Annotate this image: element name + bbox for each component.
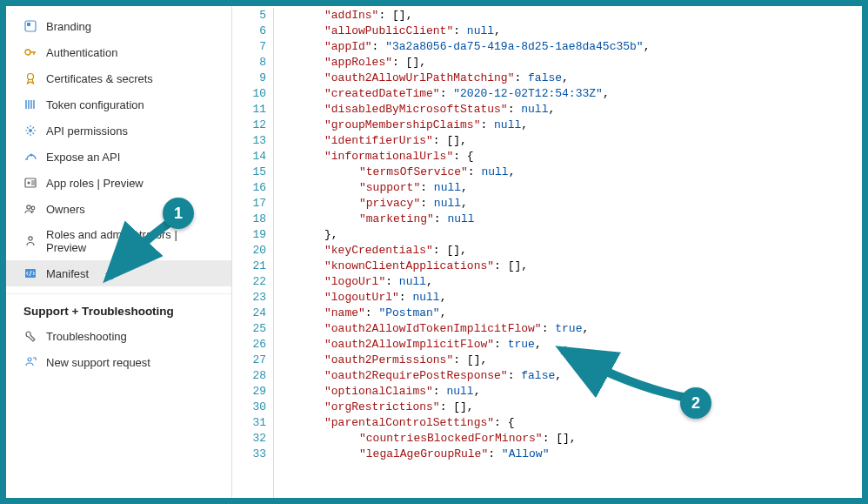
code-line[interactable]: "parentalControlSettings": {: [290, 415, 862, 431]
sidebar: BrandingAuthenticationCertificates & sec…: [6, 6, 232, 498]
approles-icon: [23, 176, 37, 190]
expose-icon: [23, 150, 37, 164]
code-line[interactable]: "allowPublicClient": null,: [290, 24, 862, 39]
svg-point-7: [28, 182, 30, 185]
support-icon: [23, 355, 37, 369]
line-number: 21: [232, 259, 266, 274]
code-line[interactable]: "appId": "3a2a8056-da75-419a-8d25-1ae8da…: [290, 39, 862, 55]
sidebar-item-label: App roles | Preview: [46, 177, 144, 190]
code-line[interactable]: "identifierUris": [],: [290, 133, 862, 149]
line-number: 20: [232, 243, 266, 259]
manifest-json-editor[interactable]: 5678910111213141516171819202122232425262…: [232, 6, 862, 498]
owners-icon: [23, 202, 37, 216]
roles-icon: [23, 234, 37, 248]
line-number: 27: [232, 353, 266, 368]
svg-point-2: [25, 50, 30, 55]
code-line[interactable]: "oauth2AllowIdTokenImplicitFlow": true,: [290, 321, 862, 337]
sidebar-item-owners[interactable]: Owners: [6, 196, 231, 222]
line-number: 32: [232, 431, 266, 447]
code-line[interactable]: },: [290, 227, 862, 243]
sidebar-item-authentication[interactable]: Authentication: [6, 39, 231, 65]
line-number: 12: [232, 118, 266, 133]
code-line[interactable]: "logoutUrl": null,: [290, 290, 862, 306]
sidebar-item-label: New support request: [46, 356, 150, 369]
line-number: 29: [232, 384, 266, 400]
code-line[interactable]: "name": "Postman",: [290, 306, 862, 321]
code-line[interactable]: "privacy": null,: [290, 196, 862, 212]
code-line[interactable]: "oauth2Permissions": [],: [290, 353, 862, 368]
code-line[interactable]: "disabledByMicrosoftStatus": null,: [290, 102, 862, 118]
svg-point-4: [29, 129, 32, 132]
sidebar-item-roles-and-administrators-preview[interactable]: Roles and administrators | Preview: [6, 222, 231, 260]
code-line[interactable]: "groupMembershipClaims": null,: [290, 118, 862, 133]
svg-point-8: [27, 205, 30, 209]
code-line[interactable]: "oauth2RequirePostResponse": false,: [290, 368, 862, 384]
sidebar-item-troubleshooting[interactable]: Troubleshooting: [6, 323, 231, 349]
sidebar-item-manifest[interactable]: Manifest: [6, 260, 231, 286]
line-number: 10: [232, 86, 266, 102]
line-number: 24: [232, 306, 266, 321]
code-line[interactable]: "legalAgeGroupRule": "Allow": [290, 447, 862, 462]
code-line[interactable]: "orgRestrictions": [],: [290, 400, 862, 415]
code-line[interactable]: "support": null,: [290, 180, 862, 196]
line-number: 15: [232, 165, 266, 180]
code-line[interactable]: "logoUrl": null,: [290, 274, 862, 290]
sidebar-item-app-roles-preview[interactable]: App roles | Preview: [6, 170, 231, 196]
line-number: 9: [232, 71, 266, 86]
sidebar-item-expose-an-api[interactable]: Expose an API: [6, 144, 231, 170]
sidebar-item-token-configuration[interactable]: Token configuration: [6, 91, 231, 118]
sidebar-item-label: Manifest: [46, 267, 89, 280]
code-line[interactable]: "keyCredentials": [],: [290, 243, 862, 259]
branding-icon: [23, 19, 37, 33]
key-icon: [23, 45, 37, 59]
svg-point-5: [30, 154, 33, 157]
line-number: 31: [232, 415, 266, 431]
code-line[interactable]: "oauth2AllowImplicitFlow": true,: [290, 337, 862, 353]
sidebar-item-new-support-request[interactable]: New support request: [6, 349, 231, 375]
annotation-badge-2: 2: [680, 387, 711, 419]
line-number: 11: [232, 102, 266, 118]
token-icon: [23, 97, 37, 111]
line-number: 25: [232, 321, 266, 337]
code-line[interactable]: "informationalUrls": {: [290, 149, 862, 165]
sidebar-item-label: Troubleshooting: [46, 330, 127, 343]
code-area[interactable]: "addIns": [],"allowPublicClient": null,"…: [274, 8, 862, 498]
svg-point-3: [28, 74, 34, 80]
svg-point-12: [28, 358, 31, 361]
line-number: 18: [232, 212, 266, 227]
code-line[interactable]: "countriesBlockedForMinors": [],: [290, 431, 862, 447]
sidebar-item-label: Token configuration: [46, 98, 144, 111]
line-number: 19: [232, 227, 266, 243]
line-number: 13: [232, 133, 266, 149]
sidebar-item-label: Roles and administrators | Preview: [46, 228, 219, 254]
line-number: 30: [232, 400, 266, 415]
svg-point-9: [31, 206, 35, 210]
sidebar-item-label: Expose an API: [46, 151, 120, 164]
line-gutter: 5678910111213141516171819202122232425262…: [232, 8, 274, 498]
line-number: 8: [232, 55, 266, 71]
code-line[interactable]: "termsOfService": null,: [290, 165, 862, 180]
line-number: 23: [232, 290, 266, 306]
sidebar-item-label: API permissions: [46, 124, 128, 138]
code-line[interactable]: "appRoles": [],: [290, 55, 862, 71]
sidebar-item-api-permissions[interactable]: API permissions: [6, 118, 231, 144]
line-number: 22: [232, 274, 266, 290]
api-icon: [23, 124, 37, 138]
line-number: 33: [232, 447, 266, 462]
line-number: 14: [232, 149, 266, 165]
sidebar-item-label: Certificates & secrets: [46, 72, 153, 85]
line-number: 17: [232, 196, 266, 212]
sidebar-item-certificates-secrets[interactable]: Certificates & secrets: [6, 65, 231, 91]
code-line[interactable]: "optionalClaims": null,: [290, 384, 862, 400]
code-line[interactable]: "marketing": null: [290, 212, 862, 227]
code-line[interactable]: "knownClientApplications": [],: [290, 259, 862, 274]
support-section-header: Support + Troubleshooting: [6, 293, 231, 323]
sidebar-item-label: Authentication: [46, 46, 117, 59]
code-line[interactable]: "addIns": [],: [290, 8, 862, 24]
code-line[interactable]: "oauth2AllowUrlPathMatching": false,: [290, 71, 862, 86]
line-number: 6: [232, 24, 266, 39]
sidebar-item-branding[interactable]: Branding: [6, 13, 231, 39]
sidebar-item-label: Branding: [46, 20, 91, 33]
code-line[interactable]: "createdDateTime": "2020-12-02T12:54:33Z…: [290, 86, 862, 102]
line-number: 16: [232, 180, 266, 196]
